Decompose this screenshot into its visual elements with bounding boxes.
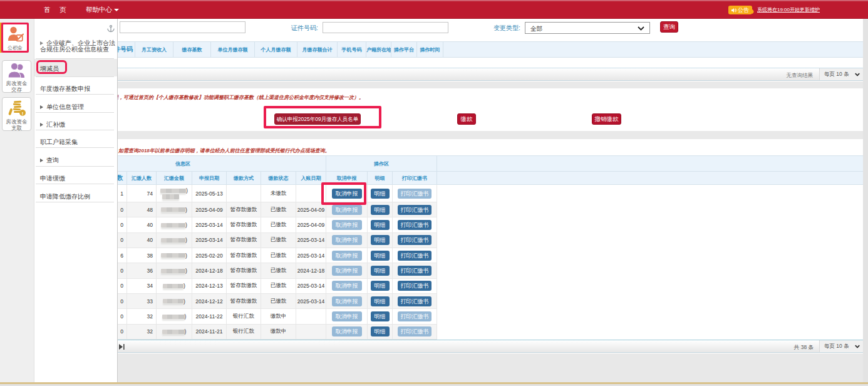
svg-text:!: ! (21, 111, 23, 117)
